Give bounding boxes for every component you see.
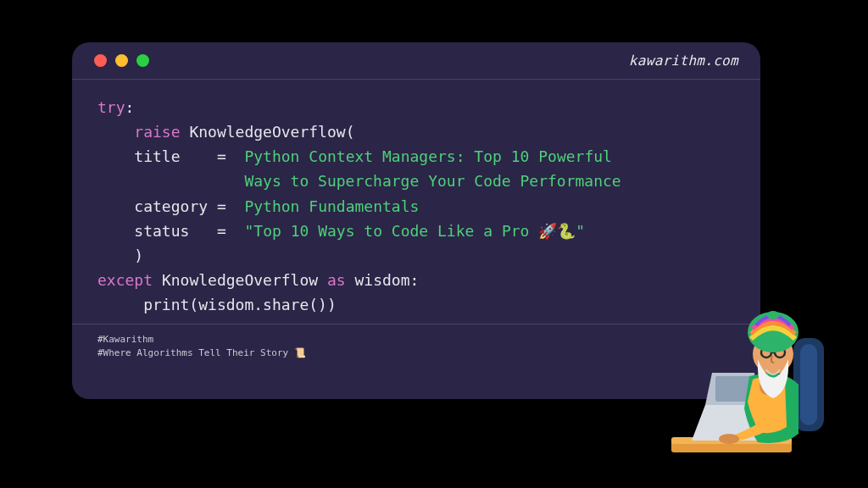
lparen: ( — [346, 123, 355, 141]
minimize-icon[interactable] — [115, 54, 128, 67]
class-name: KnowledgeOverflow — [189, 123, 345, 141]
footer: #Kawarithm #Where Algorithms Tell Their … — [72, 324, 760, 372]
equals: = — [208, 222, 226, 240]
svg-point-8 — [761, 347, 771, 358]
site-label: kawarithm.com — [629, 53, 738, 69]
kw-try: try — [97, 98, 125, 116]
svg-rect-0 — [793, 338, 824, 431]
svg-point-9 — [775, 347, 785, 358]
titlebar: kawarithm.com — [72, 42, 760, 80]
param-title: title — [134, 147, 180, 165]
close-icon[interactable] — [94, 54, 107, 67]
maximize-icon[interactable] — [136, 54, 149, 67]
terminal-window: kawarithm.com try: raise KnowledgeOverfl… — [72, 42, 760, 399]
kw-raise: raise — [134, 123, 180, 141]
title-value-l1: Python Context Managers: Top 10 Powerful — [244, 147, 611, 165]
svg-rect-2 — [671, 441, 792, 452]
equals: = — [208, 147, 226, 165]
var-wisdom: wisdom — [354, 271, 409, 289]
hashtag-brand: #Kawarithm — [97, 333, 735, 347]
param-category: category — [134, 197, 208, 215]
title-value-l2: Ways to Supercharge Your Code Performanc… — [244, 172, 620, 190]
equals: = — [208, 197, 226, 215]
category-value: Python Fundamentals — [244, 197, 419, 215]
svg-rect-1 — [800, 344, 817, 425]
kw-except: except — [97, 271, 153, 289]
svg-point-5 — [719, 434, 739, 444]
svg-point-12 — [767, 311, 779, 319]
print-call: print(wisdom.share()) — [143, 296, 337, 313]
code-block: try: raise KnowledgeOverflow( title = Py… — [72, 80, 760, 324]
except-class: KnowledgeOverflow — [162, 271, 318, 289]
rparen: ) — [134, 247, 143, 264]
window-controls — [94, 54, 149, 67]
svg-rect-3 — [671, 437, 792, 444]
kw-as: as — [327, 271, 346, 289]
param-status: status — [134, 222, 189, 240]
status-value: "Top 10 Ways to Code Like a Pro 🚀🐍" — [244, 222, 585, 240]
svg-point-6 — [760, 378, 773, 395]
colon: : — [410, 271, 420, 289]
hashtag-tagline: #Where Algorithms Tell Their Story 📜 — [97, 347, 735, 360]
colon: : — [125, 98, 135, 116]
